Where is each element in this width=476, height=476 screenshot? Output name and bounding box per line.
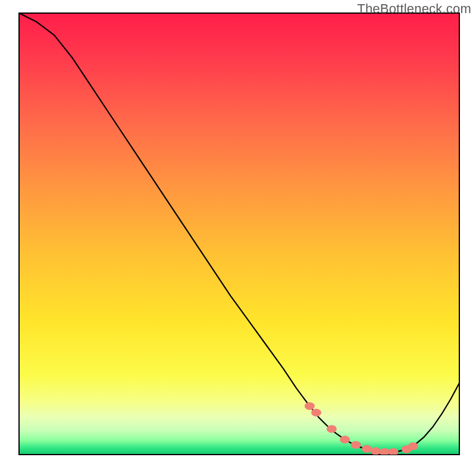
curve-marker bbox=[327, 425, 337, 433]
curve-marker bbox=[371, 447, 381, 455]
chart-plot bbox=[19, 13, 459, 455]
curve-marker bbox=[311, 409, 321, 416]
watermark-text: TheBottleneck.com bbox=[357, 1, 471, 17]
curve-marker bbox=[351, 441, 361, 449]
curve-marker bbox=[340, 436, 350, 443]
curve-marker bbox=[362, 445, 372, 453]
chart-stage: TheBottleneck.com bbox=[0, 0, 476, 476]
curve-marker bbox=[408, 442, 418, 450]
heat-gradient bbox=[19, 13, 459, 455]
curve-marker bbox=[305, 402, 315, 410]
